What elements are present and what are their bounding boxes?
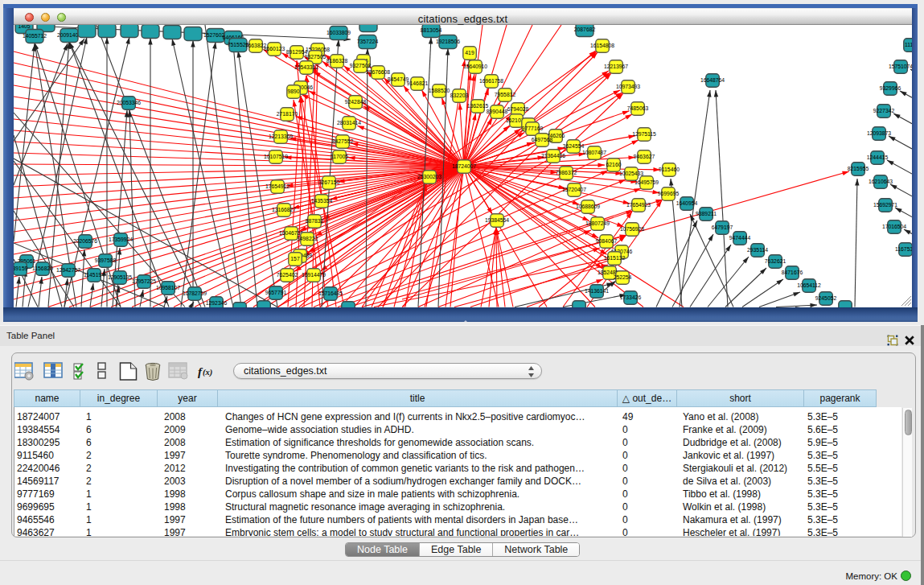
svg-text:1362615: 1362615	[467, 103, 489, 109]
svg-text:8471676: 8471676	[782, 270, 803, 275]
svg-text:16495759: 16495759	[634, 179, 659, 185]
svg-text:12905135: 12905135	[108, 274, 132, 280]
svg-text:9227342: 9227342	[873, 108, 895, 113]
svg-text:17957225: 17957225	[132, 278, 156, 284]
svg-text:9115460: 9115460	[659, 167, 680, 172]
svg-text:1244415: 1244415	[867, 154, 889, 160]
svg-text:1112: 1112	[905, 42, 912, 47]
svg-text:1733426: 1733426	[620, 295, 642, 300]
svg-text:9699695: 9699695	[658, 191, 680, 196]
svg-text:9245052: 9245052	[815, 295, 837, 301]
svg-text:(x): (x)	[203, 368, 212, 377]
svg-text:9777169: 9777169	[522, 126, 544, 131]
svg-text:9329966: 9329966	[880, 85, 901, 91]
svg-text:14055712: 14055712	[23, 33, 47, 39]
svg-text:20206576: 20206576	[73, 238, 97, 244]
svg-text:18724007: 18724007	[452, 163, 476, 169]
svg-text:9657791: 9657791	[265, 290, 287, 295]
svg-text:8215955: 8215955	[848, 166, 869, 171]
svg-text:16914479: 16914479	[302, 272, 326, 278]
svg-text:9327505: 9327505	[305, 54, 326, 60]
svg-text:18807249: 18807249	[585, 220, 610, 226]
svg-text:10025433: 10025433	[619, 171, 643, 176]
svg-text:25300203: 25300203	[417, 174, 441, 179]
svg-text:15751074: 15751074	[889, 64, 912, 69]
svg-text:7986372: 7986372	[556, 170, 577, 175]
svg-text:12975115: 12975115	[632, 131, 656, 137]
svg-text:7632621: 7632621	[765, 258, 786, 264]
svg-text:2935114: 2935114	[747, 247, 768, 253]
svg-text:1167533: 1167533	[895, 246, 912, 252]
svg-text:15720407: 15720407	[562, 187, 586, 192]
svg-text:28031414: 28031414	[337, 120, 361, 126]
svg-text:3624554: 3624554	[563, 143, 585, 149]
svg-text:6794028: 6794028	[507, 106, 529, 112]
svg-text:8186328: 8186328	[326, 58, 348, 64]
svg-text:12213967: 12213967	[604, 64, 628, 69]
svg-text:14136141: 14136141	[585, 288, 609, 294]
svg-text:2718170: 2718170	[277, 111, 298, 117]
svg-text:157: 157	[290, 256, 300, 262]
svg-text:9084067: 9084067	[596, 238, 618, 244]
svg-text:15640910: 15640910	[463, 64, 487, 69]
svg-text:10543312: 10543312	[294, 64, 318, 70]
svg-text:17654912: 17654912	[265, 183, 290, 189]
svg-text:16961758: 16961758	[479, 78, 503, 84]
svg-text:7357224: 7357224	[357, 39, 379, 44]
svg-text:9397588: 9397588	[95, 257, 117, 263]
svg-text:9146821: 9146821	[407, 80, 429, 86]
svg-text:28676608: 28676608	[366, 69, 390, 75]
svg-text:16033809: 16033809	[326, 30, 351, 35]
svg-text:7955812: 7955812	[495, 92, 516, 97]
svg-text:117005: 117005	[331, 154, 348, 159]
svg-text:7485063: 7485063	[627, 105, 649, 111]
svg-text:62160: 62160	[606, 162, 622, 167]
svg-text:9327508: 9327508	[350, 63, 372, 68]
svg-text:39159: 39159	[14, 266, 28, 271]
svg-text:19218506: 19218506	[436, 39, 460, 44]
svg-text:6497568: 6497568	[532, 137, 553, 142]
svg-text:887832: 887832	[306, 218, 324, 224]
svg-text:13166827: 13166827	[272, 207, 296, 212]
svg-text:8990448: 8990448	[487, 109, 508, 114]
svg-text:16046736: 16046736	[279, 230, 303, 236]
svg-text:3267150: 3267150	[318, 179, 340, 185]
svg-text:16154808: 16154808	[590, 43, 614, 48]
svg-text:1640954: 1640954	[676, 200, 698, 206]
svg-text:1588520: 1588520	[429, 88, 450, 93]
svg-text:8454749: 8454749	[388, 76, 409, 82]
svg-text:10807487: 10807487	[582, 150, 606, 155]
svg-text:10973493: 10973493	[616, 84, 640, 89]
svg-text:8813054: 8813054	[421, 27, 442, 33]
svg-text:16210643: 16210643	[869, 179, 893, 184]
svg-text:2087682: 2087682	[574, 27, 596, 32]
svg-text:9463627: 9463627	[634, 154, 655, 159]
svg-text:9389211: 9389211	[696, 211, 717, 216]
svg-text:15716485: 15716485	[318, 290, 343, 296]
svg-text:10654112: 10654112	[797, 282, 821, 288]
svg-text:19384554: 19384554	[485, 217, 509, 223]
svg-text:252254: 252254	[614, 274, 632, 280]
svg-text:10756928: 10756928	[620, 226, 644, 232]
svg-text:8427552: 8427552	[332, 138, 354, 144]
svg-text:1435354: 1435354	[311, 198, 333, 204]
svg-text:6479197: 6479197	[712, 225, 733, 230]
svg-text:1145194: 1145194	[84, 272, 105, 278]
svg-text:3498222: 3498222	[297, 236, 318, 241]
svg-text:1405: 1405	[18, 25, 30, 29]
svg-text:12213369: 12213369	[269, 134, 293, 139]
svg-text:1156829: 1156829	[32, 266, 53, 271]
svg-text:9242848: 9242848	[345, 99, 367, 105]
svg-text:17654923: 17654923	[626, 202, 651, 208]
svg-text:15692971: 15692971	[873, 202, 897, 208]
svg-text:9890: 9890	[287, 89, 299, 94]
svg-text:1292346: 1292346	[206, 300, 228, 306]
svg-text:12942757: 12942757	[56, 267, 80, 273]
svg-text:16648764: 16648764	[700, 77, 725, 83]
svg-text:16782759: 16782759	[183, 290, 207, 296]
svg-text:10958107: 10958107	[156, 285, 180, 290]
svg-text:20053346: 20053346	[117, 100, 141, 105]
svg-text:12093873: 12093873	[867, 130, 891, 136]
svg-text:8660123: 8660123	[264, 46, 285, 51]
svg-text:7625402: 7625402	[277, 272, 298, 278]
